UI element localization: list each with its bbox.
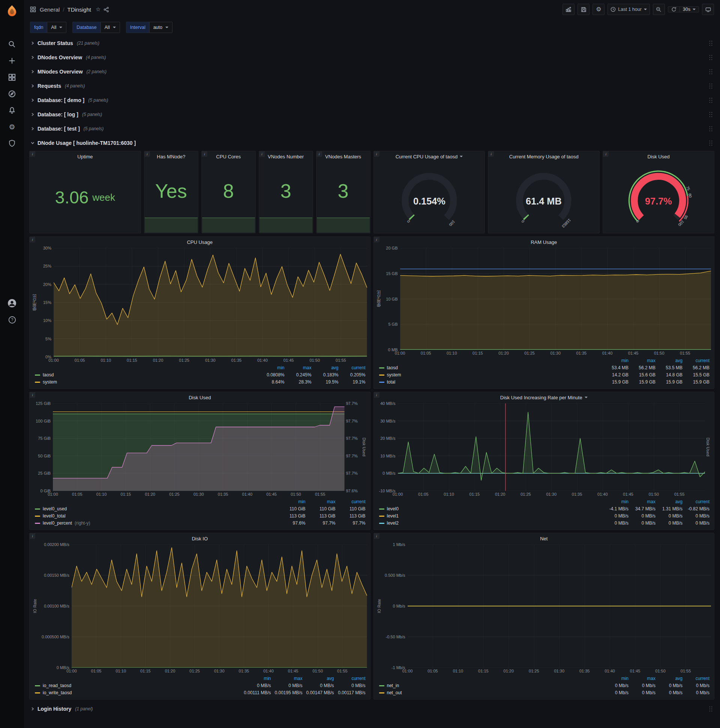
panel-title[interactable]: Current CPU Usage of taosd (374, 151, 485, 162)
plot-area[interactable] (400, 248, 711, 350)
favorite-star-icon[interactable]: ☆ (96, 6, 101, 13)
legend-column-max[interactable]: max (306, 499, 336, 505)
legend-column-min[interactable]: min (239, 675, 271, 682)
legend-swatch[interactable] (35, 375, 40, 376)
plot-area[interactable] (398, 404, 705, 491)
row-title[interactable]: MNodes Overview (38, 69, 83, 75)
panel-title[interactable]: RAM Usage (374, 237, 714, 247)
legend-column-avg[interactable]: avg (312, 364, 339, 371)
legend-column-max[interactable]: max (628, 675, 656, 682)
row-title[interactable]: Cluster Status (38, 40, 73, 46)
legend-column-current[interactable]: current (682, 499, 709, 505)
legend-series-level0_total[interactable]: level0_total (35, 512, 276, 519)
legend-series-level2[interactable]: level2 (379, 520, 602, 526)
legend-swatch[interactable] (35, 692, 40, 693)
legend-column-current[interactable]: current (682, 675, 709, 682)
legend-series-level0_used[interactable]: level0_used (35, 505, 276, 512)
grafana-logo[interactable] (0, 3, 24, 20)
dashboard-grid-icon[interactable] (30, 6, 36, 12)
tv-cycle-view-button[interactable] (702, 4, 714, 15)
row-drag-handle[interactable] (709, 83, 713, 89)
panel-info-icon[interactable]: i (603, 151, 609, 157)
legend-swatch[interactable] (379, 367, 384, 369)
legend-swatch[interactable] (379, 515, 384, 517)
variable-value-fqdn[interactable]: All (47, 22, 66, 33)
panel-title[interactable]: Disk IO (30, 533, 370, 544)
legend-swatch[interactable] (35, 515, 40, 517)
plot-area[interactable] (53, 404, 345, 491)
legend-swatch[interactable] (379, 382, 384, 383)
row-title[interactable]: Database: [ demo ] (38, 97, 84, 103)
legend-swatch[interactable] (35, 382, 40, 383)
panel-info-icon[interactable]: i (374, 392, 380, 398)
panel-title[interactable]: CPU Usage (30, 237, 370, 247)
panel-menu-chevron-icon[interactable] (460, 156, 463, 157)
panel-title[interactable]: Disk Used (30, 392, 370, 403)
legend-column-avg[interactable]: avg (656, 499, 682, 505)
panel-title[interactable]: Uptime (30, 151, 140, 162)
row-title[interactable]: DNode Usage [ huolinhe-TM1701:6030 ] (38, 140, 136, 146)
legend-swatch[interactable] (379, 692, 384, 693)
time-range-picker[interactable]: Last 1 hour (607, 4, 650, 15)
legend-swatch[interactable] (379, 523, 384, 524)
server-admin-shield-icon[interactable] (0, 136, 24, 150)
search-icon[interactable] (0, 38, 24, 51)
legend-swatch[interactable] (35, 685, 40, 686)
row-login-history[interactable]: Login History (1 panel) (29, 702, 714, 715)
refresh-interval-dropdown[interactable]: 30s (679, 7, 699, 12)
save-dashboard-button[interactable] (578, 4, 589, 15)
legend-column-current[interactable]: current (682, 357, 709, 364)
legend-column-max[interactable]: max (285, 364, 312, 371)
dashboards-icon[interactable] (0, 70, 24, 84)
legend-swatch[interactable] (35, 508, 40, 509)
panel-title[interactable]: Disk Used Increasing Rate per Minute (374, 392, 714, 403)
row-cluster-status[interactable]: Cluster Status (21 panels) (29, 37, 714, 49)
panel-info-icon[interactable]: i (374, 533, 380, 539)
legend-series-taosd[interactable]: taosd (35, 372, 258, 378)
panel-info-icon[interactable]: i (30, 151, 35, 157)
user-avatar[interactable] (0, 297, 24, 310)
dashboard-settings-button[interactable]: ⚙ (592, 4, 604, 15)
configuration-gear-icon[interactable]: ⚙ (0, 120, 24, 134)
row-drag-handle[interactable] (709, 40, 713, 46)
legend-series-system[interactable]: system (379, 372, 602, 378)
panel-info-icon[interactable]: i (30, 533, 35, 539)
legend-column-avg[interactable]: avg (656, 357, 682, 364)
panel-title[interactable]: VNodes Masters (316, 151, 370, 162)
panel-info-icon[interactable]: i (30, 392, 35, 398)
row-drag-handle[interactable] (709, 54, 713, 61)
legend-column-max[interactable]: max (628, 499, 656, 505)
legend-column-min[interactable]: min (601, 357, 628, 364)
panel-title[interactable]: Disk Used (603, 151, 714, 162)
plot-area[interactable] (72, 544, 367, 668)
row-drag-handle[interactable] (709, 140, 713, 146)
panel-title[interactable]: VNodes Number (259, 151, 313, 162)
row-title[interactable]: Database: [ log ] (38, 112, 78, 118)
row-database-demo[interactable]: Database: [ demo ] (5 panels) (29, 94, 714, 107)
legend-swatch[interactable] (35, 523, 40, 524)
panel-info-icon[interactable]: i (144, 151, 150, 157)
legend-column-min[interactable]: min (258, 364, 285, 371)
panel-info-icon[interactable]: i (30, 237, 35, 242)
row-drag-handle[interactable] (709, 69, 713, 75)
panel-title[interactable]: Net (374, 533, 714, 544)
panel-title[interactable]: Has MNode? (144, 151, 198, 162)
panel-menu-chevron-icon[interactable] (585, 397, 587, 398)
legend-column-min[interactable]: min (601, 499, 628, 505)
legend-series-total[interactable]: total (379, 379, 602, 385)
zoom-out-button[interactable] (653, 4, 665, 15)
legend-swatch[interactable] (379, 508, 384, 509)
variable-value-database[interactable]: All (101, 22, 120, 33)
panel-info-icon[interactable]: i (316, 151, 322, 157)
legend-column-max[interactable]: max (271, 675, 303, 682)
legend-series-net_in[interactable]: net_in (379, 682, 602, 689)
row-dnodes-overview[interactable]: DNodes Overview (4 panels) (29, 51, 714, 64)
legend-series-level0_percent[interactable]: level0_percent(right-y) (35, 520, 276, 526)
explore-compass-icon[interactable] (0, 87, 24, 101)
legend-swatch[interactable] (379, 685, 384, 686)
row-drag-handle[interactable] (709, 706, 713, 712)
legend-series-system[interactable]: system (35, 379, 258, 385)
legend-series-io_read_taosd[interactable]: io_read_taosd (35, 682, 239, 689)
share-icon[interactable] (104, 7, 109, 12)
panel-info-icon[interactable]: i (202, 151, 207, 157)
